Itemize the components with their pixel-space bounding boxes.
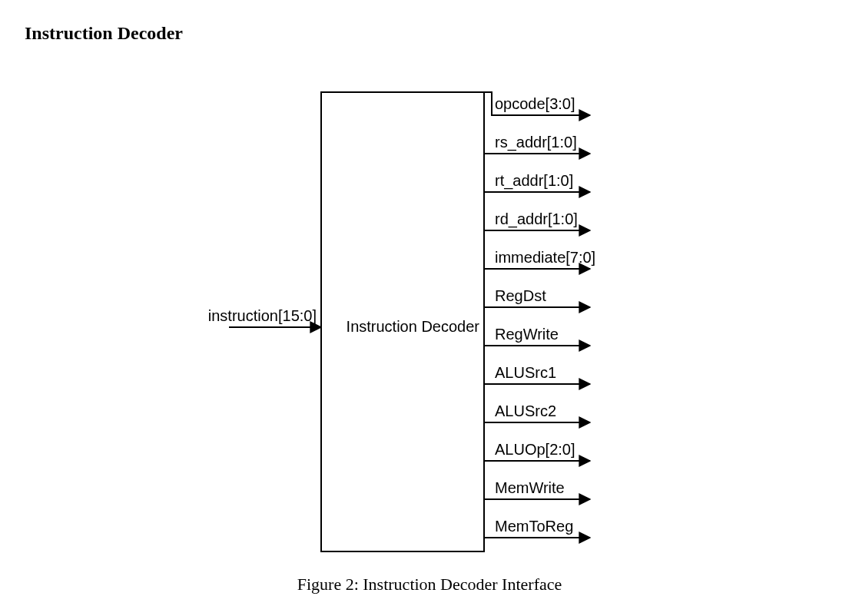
output-label-5: RegDst bbox=[495, 287, 546, 304]
output-wire-6: RegWrite bbox=[484, 326, 590, 346]
output-label-11: MemToReg bbox=[495, 518, 573, 535]
output-label-3: rd_addr[1:0] bbox=[495, 210, 578, 228]
input-wire: instruction[15:0] bbox=[208, 307, 321, 327]
output-wire-9: ALUOp[2:0] bbox=[484, 441, 590, 461]
figure-caption: Figure 2: Instruction Decoder Interface bbox=[0, 575, 859, 594]
output-label-8: ALUSrc2 bbox=[495, 402, 556, 419]
output-wire-11: MemToReg bbox=[484, 518, 590, 538]
output-label-7: ALUSrc1 bbox=[495, 364, 556, 381]
output-wire-8: ALUSrc2 bbox=[484, 402, 590, 422]
output-label-4: immediate[7:0] bbox=[495, 249, 595, 266]
output-wire-7: ALUSrc1 bbox=[484, 364, 590, 384]
output-label-9: ALUOp[2:0] bbox=[495, 441, 575, 458]
output-label-10: MemWrite bbox=[495, 479, 565, 496]
output-wire-5: RegDst bbox=[484, 287, 590, 307]
output-label-2: rt_addr[1:0] bbox=[495, 172, 573, 190]
output-wire-4: immediate[7:0] bbox=[484, 249, 595, 269]
block-diagram: Instruction Decoder instruction[15:0] op… bbox=[0, 0, 859, 616]
output-wire-2: rt_addr[1:0] bbox=[484, 172, 590, 192]
output-label-6: RegWrite bbox=[495, 326, 559, 343]
output-wire-10: MemWrite bbox=[484, 479, 590, 499]
output-wire-1: rs_addr[1:0] bbox=[484, 134, 590, 154]
input-label: instruction[15:0] bbox=[208, 307, 317, 324]
output-wire-0: opcode[3:0] bbox=[484, 92, 590, 115]
output-wire-3: rd_addr[1:0] bbox=[484, 210, 590, 230]
output-label-1: rs_addr[1:0] bbox=[495, 134, 577, 151]
output-label-0: opcode[3:0] bbox=[495, 95, 575, 112]
block-label: Instruction Decoder bbox=[347, 318, 480, 335]
